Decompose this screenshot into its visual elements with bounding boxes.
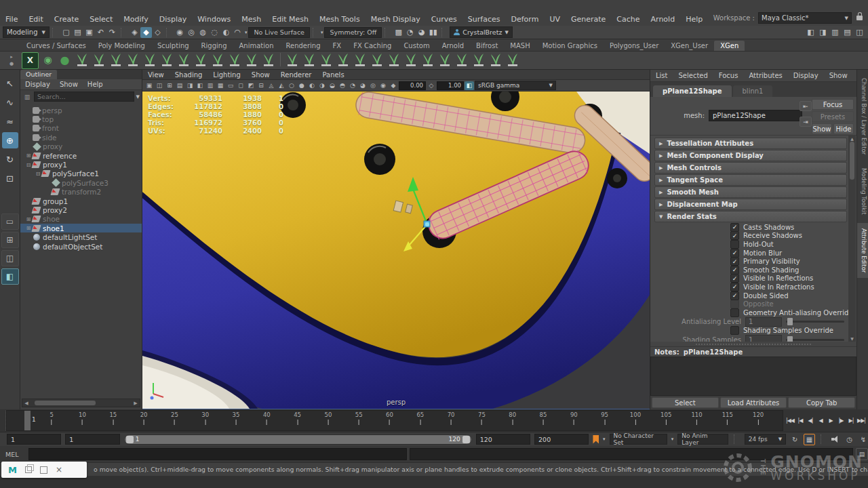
viewport-toolbar-icon[interactable]: ◻	[236, 81, 245, 90]
shelf-tab[interactable]: Arnold	[436, 41, 470, 51]
outliner-item[interactable]: top	[20, 115, 142, 123]
shading-samples-slider[interactable]	[786, 339, 844, 341]
outliner-item[interactable]: group1	[20, 197, 142, 205]
viewport-toolbar-icon[interactable]: ▤	[175, 81, 184, 90]
outliner-item[interactable]: front	[20, 124, 142, 133]
shelf-button[interactable]	[420, 52, 435, 68]
menu-item[interactable]: Help	[680, 13, 708, 26]
snap-icon[interactable]: ◎	[186, 27, 197, 38]
viewport-toolbar-icon[interactable]: ◕	[358, 81, 368, 90]
outliner-item[interactable]: polySurface3	[20, 178, 142, 187]
shelf-button[interactable]	[125, 52, 140, 68]
shelf-button[interactable]	[505, 52, 520, 68]
snap-icon[interactable]: ◌	[209, 27, 220, 38]
copy-tab-button[interactable]: Copy Tab	[788, 397, 855, 408]
attribute-editor-menu-item[interactable]: Attributes	[743, 72, 787, 79]
menu-item[interactable]: Mesh Tools	[314, 13, 366, 26]
filter-icon[interactable]: ▥	[22, 93, 32, 101]
quick-layout-button[interactable]: ▭	[1, 214, 19, 230]
checkbox[interactable]: ✓	[730, 249, 739, 258]
viewport-menu-item[interactable]: Shading	[170, 71, 208, 79]
viewport-toolbar-icon[interactable]: ⊟	[256, 81, 266, 90]
attribute-editor-menu-item[interactable]: Show	[824, 72, 853, 79]
script-editor-icon[interactable]: ▤	[856, 448, 868, 460]
menu-item[interactable]: Create	[49, 13, 85, 26]
character-set-dropdown[interactable]: No Character Set	[610, 434, 667, 445]
shelf-button[interactable]	[40, 52, 56, 68]
menu-item[interactable]: Surfaces	[462, 13, 506, 26]
checkbox[interactable]: ✓	[730, 240, 739, 249]
shelf-button[interactable]	[159, 52, 174, 68]
gamma-icon[interactable]: ◇	[427, 81, 436, 90]
transport-button[interactable]: |◀	[795, 415, 805, 426]
checkbox[interactable]: ✓	[730, 223, 739, 232]
viewport-toolbar-icon[interactable]: ◑	[317, 81, 327, 90]
menu-item[interactable]: Mesh	[236, 13, 267, 26]
shelf-button[interactable]	[210, 52, 225, 68]
menu-item[interactable]: Display	[154, 13, 193, 26]
transport-button[interactable]: ◀	[816, 415, 825, 426]
status-icon[interactable]: ▤	[72, 27, 83, 38]
menu-item[interactable]: Windows	[192, 13, 236, 26]
scroll-left-icon[interactable]: ◀	[22, 401, 31, 406]
shelf-button[interactable]	[243, 52, 259, 68]
viewport-toolbar-icon[interactable]: ◐	[307, 81, 317, 90]
viewport-canvas[interactable]: Verts: 59331 1938 1 Edges: 117812 3808 0…	[142, 92, 650, 409]
shelf-button[interactable]	[91, 52, 106, 68]
shelf-tab[interactable]: XGen	[714, 41, 745, 51]
user-account-dropdown[interactable]: CrystalBretz ▼	[450, 26, 512, 38]
shelf-tab[interactable]: Poly Modeling	[92, 41, 151, 51]
checkbox[interactable]: ✓	[730, 257, 739, 266]
set-key-icon[interactable]	[593, 435, 599, 444]
menu-item[interactable]: Deform	[505, 13, 544, 26]
menu-item[interactable]: Cache	[611, 13, 645, 26]
shelf-button[interactable]	[454, 52, 469, 68]
shelf-tab[interactable]: Curves / Surfaces	[20, 41, 92, 51]
shelf-tab[interactable]: XGen_User	[665, 41, 714, 51]
quick-layout-button[interactable]: ◧	[1, 268, 19, 285]
shelf-button[interactable]	[335, 52, 351, 68]
previous-node-button[interactable]: ⇤	[800, 101, 812, 111]
viewport-toolbar-icon[interactable]: ◎	[368, 81, 378, 90]
restore-window-icon[interactable]	[25, 466, 32, 473]
shelf-tab[interactable]: Custom	[397, 41, 435, 51]
shelf-tab[interactable]: MASH	[504, 41, 536, 51]
outliner-menu-item[interactable]: Help	[83, 81, 108, 88]
outliner-menu-item[interactable]: Show	[55, 81, 83, 88]
viewport-menu-item[interactable]: Renderer	[275, 71, 317, 79]
shelf-button[interactable]	[74, 52, 90, 68]
shelf-button[interactable]	[301, 52, 317, 68]
shelf-button[interactable]	[369, 52, 384, 68]
viewport-toolbar-icon[interactable]: ▦	[216, 81, 225, 90]
animation-end-field[interactable]: 200	[534, 434, 589, 445]
render-icon[interactable]: ◕	[416, 27, 427, 38]
outliner-item[interactable]: ⊞ reference	[20, 151, 142, 160]
slider-handle[interactable]	[787, 318, 793, 325]
loop-playback-icon[interactable]: ↻	[790, 434, 800, 445]
status-icon[interactable]: ↶	[95, 27, 106, 38]
shelf-options-gutter[interactable]: ▸●	[3, 54, 20, 66]
attribute-editor-menu-item[interactable]: List	[650, 72, 673, 79]
shelf-tab[interactable]: FX	[327, 41, 348, 51]
selection-mode-icon[interactable]: ◇	[152, 27, 163, 38]
selection-mode-icon[interactable]: ◆	[140, 27, 152, 38]
checkbox[interactable]: ✓	[730, 283, 739, 291]
viewport-toolbar-icon[interactable]: ▣	[144, 81, 154, 90]
command-language-toggle[interactable]: MEL	[5, 451, 26, 458]
shelf-tab[interactable]: Bifrost	[470, 41, 504, 51]
menu-item[interactable]: Generate	[566, 13, 611, 26]
notes-resize-grip[interactable]	[650, 342, 856, 346]
shelf-button[interactable]	[57, 52, 73, 68]
shelf-button[interactable]	[437, 52, 452, 68]
shelf-tab[interactable]: Animation	[233, 41, 280, 51]
attribute-editor-menu-item[interactable]: Selected	[673, 72, 713, 79]
menu-item[interactable]: Curves	[426, 13, 462, 26]
tool-button[interactable]: ⊕	[2, 132, 18, 148]
menu-item[interactable]: Modify	[118, 13, 153, 26]
chevron-down-icon[interactable]: ▾	[245, 30, 248, 35]
audio-mute-icon[interactable]	[831, 434, 840, 445]
playback-end-field[interactable]: 120	[476, 434, 530, 445]
viewport-toolbar-icon[interactable]: ◧	[195, 81, 205, 90]
shelf-button[interactable]	[108, 52, 123, 68]
outliner-item[interactable]: ⊞ shoe	[20, 215, 142, 224]
